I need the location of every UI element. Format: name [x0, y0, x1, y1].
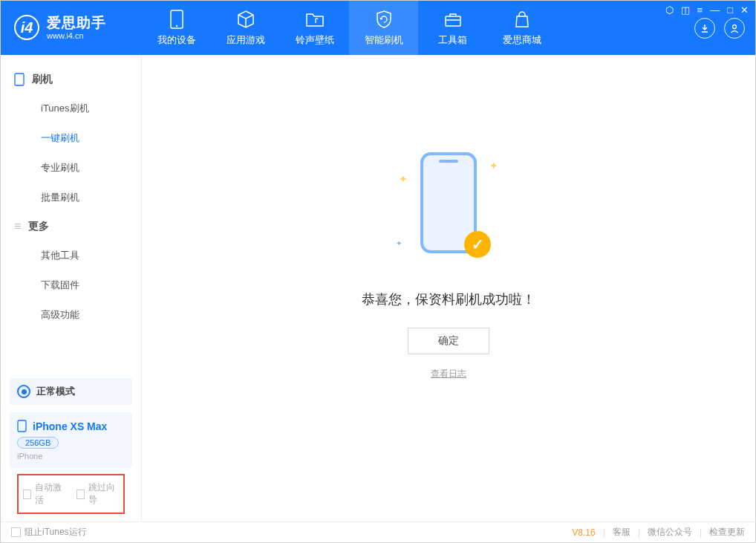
- skin-icon[interactable]: ◫: [681, 4, 690, 16]
- footer-link-support[interactable]: 客服: [613, 526, 630, 539]
- maximize-icon[interactable]: □: [727, 4, 733, 16]
- device-mode[interactable]: 正常模式: [10, 378, 132, 405]
- status-bar: 阻止iTunes运行 V8.16 | 客服 | 微信公众号 | 检查更新: [1, 521, 755, 542]
- menu-icon[interactable]: ≡: [697, 4, 703, 16]
- sparkle-icon: ✦: [396, 239, 402, 247]
- footer-link-wechat[interactable]: 微信公众号: [648, 526, 692, 539]
- svg-point-3: [733, 25, 737, 28]
- window-controls: ⬡ ◫ ≡ — □ ✕: [665, 4, 749, 16]
- view-log-link[interactable]: 查看日志: [431, 368, 466, 380]
- sidebar-group-more: ≡ 更多: [1, 212, 141, 241]
- main-tabs: 我的设备 应用游戏 铃声壁纸 智能刷机 工具箱 爱思商城: [142, 1, 556, 55]
- svg-rect-4: [15, 74, 24, 85]
- sidebar-item-batch-flash[interactable]: 批量刷机: [1, 183, 141, 212]
- logo: i4 爱思助手 www.i4.cn: [1, 15, 142, 40]
- mode-dot-icon: [17, 385, 30, 398]
- toolbox-icon: [443, 10, 463, 29]
- check-icon: ✓: [464, 231, 491, 258]
- sparkle-icon: ✦: [489, 160, 498, 172]
- svg-rect-2: [446, 16, 460, 26]
- svg-point-1: [175, 25, 177, 26]
- checkbox-block-itunes[interactable]: 阻止iTunes运行: [11, 526, 87, 539]
- sidebar-item-itunes-flash[interactable]: iTunes刷机: [1, 94, 141, 123]
- tab-apps-games[interactable]: 应用游戏: [211, 1, 280, 55]
- device-type: iPhone: [17, 452, 125, 461]
- logo-icon: i4: [14, 15, 39, 40]
- phone-outline-icon: [17, 420, 27, 432]
- checkbox-skip-guide[interactable]: 跳过向导: [76, 481, 120, 507]
- sidebar-item-oneclick-flash[interactable]: 一键刷机: [1, 123, 141, 153]
- download-button[interactable]: [694, 18, 715, 39]
- minimize-icon[interactable]: —: [710, 4, 720, 16]
- user-button[interactable]: [724, 18, 745, 39]
- device-icon: [167, 10, 186, 29]
- tab-ringtones-wallpapers[interactable]: 铃声壁纸: [280, 1, 349, 55]
- app-header: ⬡ ◫ ≡ — □ ✕ i4 爱思助手 www.i4.cn 我的设备 应用游戏 …: [1, 1, 755, 55]
- tab-my-device[interactable]: 我的设备: [142, 1, 211, 55]
- list-icon: ≡: [14, 220, 21, 233]
- tab-smart-flash[interactable]: 智能刷机: [349, 1, 418, 55]
- sparkle-icon: ✦: [399, 173, 408, 185]
- connected-device[interactable]: iPhone XS Max 256GB iPhone: [10, 412, 132, 468]
- main-content: ✦ ✦ ✦ ✓ 恭喜您，保资料刷机成功啦！ 确定 查看日志: [142, 55, 755, 521]
- sidebar: 刷机 iTunes刷机 一键刷机 专业刷机 批量刷机 ≡ 更多 其他工具 下载固…: [1, 55, 142, 521]
- tab-store[interactable]: 爱思商城: [487, 1, 556, 55]
- sidebar-item-advanced[interactable]: 高级功能: [1, 300, 141, 330]
- checkbox-auto-activate[interactable]: 自动激活: [23, 481, 66, 507]
- tab-toolbox[interactable]: 工具箱: [418, 1, 487, 55]
- feedback-icon[interactable]: ⬡: [665, 4, 674, 16]
- close-icon[interactable]: ✕: [740, 4, 749, 16]
- bag-icon: [512, 10, 532, 29]
- cube-icon: [236, 10, 255, 29]
- sidebar-item-other-tools[interactable]: 其他工具: [1, 241, 141, 270]
- flash-options-highlighted: 自动激活 跳过向导: [17, 474, 125, 514]
- shield-refresh-icon: [374, 10, 394, 29]
- footer-link-update[interactable]: 检查更新: [709, 526, 745, 539]
- sidebar-group-flash: 刷机: [1, 65, 141, 94]
- version-label: V8.16: [572, 527, 595, 538]
- music-folder-icon: [305, 10, 325, 29]
- storage-badge: 256GB: [17, 437, 59, 449]
- ok-button[interactable]: 确定: [408, 328, 489, 354]
- sidebar-item-download-firmware[interactable]: 下载固件: [1, 270, 141, 300]
- device-panel: 正常模式 iPhone XS Max 256GB iPhone 自动激活 跳过向…: [1, 371, 141, 521]
- sidebar-item-pro-flash[interactable]: 专业刷机: [1, 153, 141, 183]
- success-illustration: ✦ ✦ ✦ ✓: [393, 152, 504, 271]
- phone-icon: [14, 73, 25, 86]
- app-url: www.i4.cn: [47, 31, 106, 41]
- header-right: [694, 18, 755, 39]
- svg-rect-5: [18, 420, 26, 432]
- success-message: 恭喜您，保资料刷机成功啦！: [362, 290, 535, 308]
- app-name: 爱思助手: [47, 15, 106, 31]
